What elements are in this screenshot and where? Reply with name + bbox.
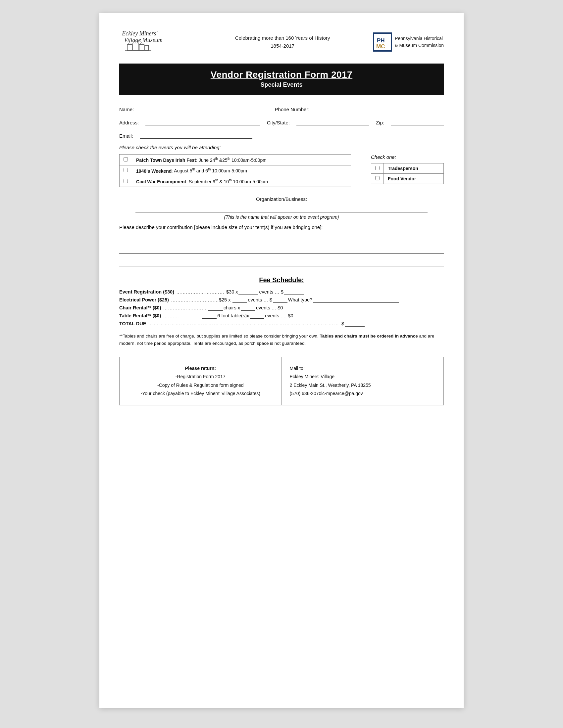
citystate-label: City/State: <box>267 120 290 125</box>
bottom-left-item-3: -Your check (payable to Eckley Miners' V… <box>127 389 273 398</box>
svg-text:MC: MC <box>376 43 385 50</box>
zip-label: Zip: <box>376 120 384 125</box>
electrical-total-input[interactable] <box>273 297 288 303</box>
org-contact: (570) 636-2070lc-mpearce@pa.gov <box>290 389 436 398</box>
svg-rect-4 <box>139 45 144 51</box>
event-name-1: Patch Town Days Irish Fest <box>136 158 196 163</box>
tradesperson-label: Tradesperson <box>384 163 444 174</box>
foodvendor-checkbox-cell[interactable] <box>371 174 384 184</box>
check-one-wrapper: Check one: Tradesperson <box>371 154 444 184</box>
bottom-left-item-1: -Registration Form 2017 <box>127 373 273 381</box>
email-input[interactable] <box>140 131 252 139</box>
check-one-table: Tradesperson Food Vendor <box>371 163 444 184</box>
event-civil-war: Civil War Encampment: September 9th & 10… <box>132 176 351 187</box>
chair-count-input[interactable] <box>208 305 223 311</box>
phmc-name: Pennsylvania Historical & Museum Commiss… <box>395 35 444 49</box>
electrical-type-input[interactable] <box>313 297 399 303</box>
eckley-logo: Eckley Miners' Village Museum <box>119 26 192 58</box>
svg-rect-5 <box>145 45 148 51</box>
fee-row-registration: Event Registration ($30) ………………………… $30 … <box>119 289 444 295</box>
svg-rect-3 <box>133 43 139 51</box>
phone-label: Phone Number: <box>275 107 310 112</box>
bottom-left: Please return: -Registration Form 2017 -… <box>119 357 282 405</box>
table-events-input[interactable] <box>250 313 264 319</box>
contribution-input-3[interactable] <box>119 258 444 266</box>
phmc-logo-area: PH MC Pennsylvania Historical & Museum C… <box>373 32 444 52</box>
phone-input[interactable] <box>316 105 444 112</box>
org-input[interactable] <box>135 205 428 212</box>
org-name: Eckley Miners' Village <box>290 373 436 381</box>
fee-row-electrical: Electrical Power ($25) …………………………$25 x e… <box>119 297 444 303</box>
form-subtitle: Special Events <box>119 81 444 92</box>
mail-to-label: Mail to: <box>290 364 436 373</box>
registration-total-input[interactable] <box>284 289 304 295</box>
fee-row-chairs: Chair Rental** ($0) ……………………… chairs x e… <box>119 305 444 311</box>
contribution-input-2[interactable] <box>119 246 444 254</box>
bottom-left-item-2: -Copy of Rules & Regulations form signed <box>127 381 273 389</box>
address-label: Address: <box>119 120 139 125</box>
event-checkbox-3[interactable] <box>119 176 132 187</box>
events-check-container: Patch Town Days Irish Fest: June 24th &2… <box>119 154 444 187</box>
years: 1854-2017 <box>235 42 330 50</box>
svg-text:Eckley Miners': Eckley Miners' <box>121 30 158 37</box>
table-row: 1940's Weekend: August 5th and 6th 10:00… <box>119 165 351 176</box>
citystate-input[interactable] <box>297 118 369 125</box>
table-row: Civil War Encampment: September 9th & 10… <box>119 176 351 187</box>
table-row: Food Vendor <box>371 174 444 184</box>
email-label: Email: <box>119 133 133 139</box>
registration-events-input[interactable] <box>238 289 258 295</box>
org-label: Organization/Business: <box>119 196 444 202</box>
contribution-section: Please describe your contribution [pleas… <box>119 224 444 266</box>
address-row: Address: City/State: Zip: <box>119 118 444 125</box>
contribution-label: Please describe your contribution [pleas… <box>119 224 444 230</box>
form-title: Vendor Registration Form 2017 <box>119 69 444 80</box>
bottom-right: Mail to: Eckley Miners' Village 2 Eckley… <box>282 357 444 405</box>
name-label: Name: <box>119 107 134 112</box>
phmc-logo: PH MC <box>373 32 392 52</box>
zip-input[interactable] <box>391 118 444 125</box>
table-row: Patch Town Days Irish Fest: June 24th &2… <box>119 155 351 165</box>
checkbox-food-vendor[interactable] <box>375 176 380 180</box>
checkbox-tradesperson[interactable] <box>375 166 380 170</box>
fee-title: Fee Schedule: <box>119 276 444 284</box>
footnote: **Tables and chairs are free of charge, … <box>119 333 444 347</box>
tradesperson-checkbox-cell[interactable] <box>371 163 384 174</box>
org-address: 2 Eckley Main St., Weatherly, PA 18255 <box>290 381 436 389</box>
bottom-section: Please return: -Registration Form 2017 -… <box>119 357 444 405</box>
address-input[interactable] <box>145 118 260 125</box>
checkbox-civil-war[interactable] <box>123 179 128 183</box>
event-checkbox-1[interactable] <box>119 155 132 165</box>
svg-rect-2 <box>127 45 132 51</box>
checkbox-1940s[interactable] <box>123 168 128 172</box>
check-events-section: Please check the events you will be atte… <box>119 145 444 187</box>
table-count-input[interactable] <box>202 313 216 319</box>
event-1940s: 1940's Weekend: August 5th and 6th 10:00… <box>132 165 351 176</box>
events-table: Patch Town Days Irish Fest: June 24th &2… <box>119 154 351 187</box>
food-vendor-label: Food Vendor <box>384 174 444 184</box>
electrical-events-input[interactable] <box>232 297 247 303</box>
name-input[interactable] <box>140 105 268 112</box>
tagline: Celebrating more than 160 Years of Histo… <box>235 34 330 42</box>
form-section: Name: Phone Number: Address: City/State:… <box>119 105 444 139</box>
svg-text:Village Museum: Village Museum <box>124 37 163 43</box>
checkbox-irish-fest[interactable] <box>123 157 128 161</box>
table-row: Tradesperson <box>371 163 444 174</box>
fee-row-total: TOTAL DUE ………………………………………………………………………………… <box>119 321 444 327</box>
contribution-input-1[interactable] <box>119 233 444 241</box>
page: Eckley Miners' Village Museum Celebratin… <box>99 13 464 708</box>
fee-row-tables: Table Rental** ($0) ……….________ 6 foot … <box>119 313 444 319</box>
header-center: Celebrating more than 160 Years of Histo… <box>235 34 330 50</box>
event-name-3: Civil War Encampment <box>136 179 186 184</box>
chair-events-input[interactable] <box>241 305 255 311</box>
email-row: Email: <box>119 131 444 139</box>
event-checkbox-2[interactable] <box>119 165 132 176</box>
total-due-input[interactable] <box>345 321 365 327</box>
events-table-wrapper: Patch Town Days Irish Fest: June 24th &2… <box>119 154 351 187</box>
fee-section: Fee Schedule: Event Registration ($30) …… <box>119 276 444 327</box>
event-name-2: 1940's Weekend <box>136 168 171 173</box>
svg-text:PH: PH <box>377 37 385 44</box>
check-events-label: Please check the events you will be atte… <box>119 145 444 150</box>
title-bar: Vendor Registration Form 2017 Special Ev… <box>119 64 444 95</box>
name-phone-row: Name: Phone Number: <box>119 105 444 112</box>
eckley-logo-svg: Eckley Miners' Village Museum <box>119 26 179 56</box>
